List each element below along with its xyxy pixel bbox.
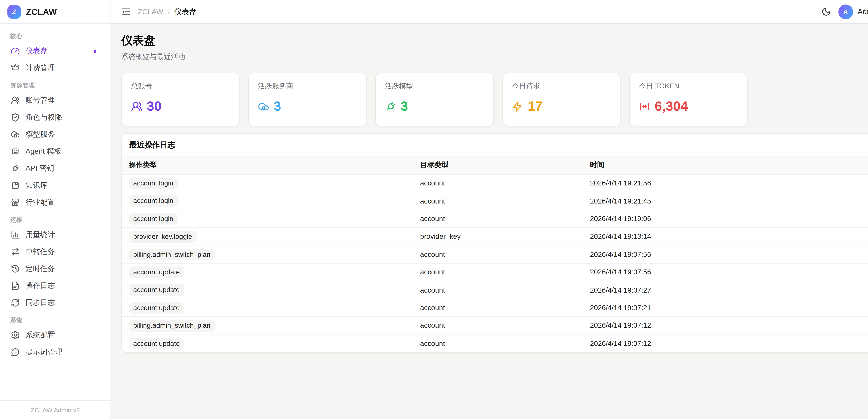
stat-card-active-models: 活跃模型3 <box>375 72 494 126</box>
operation-badge: account.update <box>129 267 184 278</box>
sidebar-item-label: 账号管理 <box>26 95 55 106</box>
time-cell: 2026/4/14 19:07:21 <box>583 299 868 317</box>
active-dot <box>94 50 96 53</box>
content: 仪表盘 系统概览与最近活动 总账号30活跃服务商3活跃模型3今日请求17今日 T… <box>111 24 868 419</box>
sidebar-item-label: 中转任务 <box>26 246 55 257</box>
user-menu[interactable]: A Admin <box>838 4 868 19</box>
shield-check-icon <box>11 113 20 122</box>
table-row: billing.admin_switch_planaccount2026/4/1… <box>122 245 868 263</box>
brand-name: ZCLAW <box>26 7 57 17</box>
stat-card-active-providers: 活跃服务商3 <box>248 72 367 126</box>
operation-badge: provider_key.toggle <box>129 231 196 243</box>
sidebar-item-relay-tasks[interactable]: 中转任务 <box>7 243 104 260</box>
target-cell: account <box>413 192 583 210</box>
stat-value-row: 17 <box>512 99 611 114</box>
page-subtitle: 系统概览与最近活动 <box>121 52 868 62</box>
operation-badge: billing.admin_switch_plan <box>129 320 215 331</box>
stat-label: 活跃模型 <box>385 82 484 91</box>
topbar: ZCLAW / 仪表盘 A Admin <box>111 0 868 24</box>
sidebar-item-label: 同步日志 <box>26 298 55 308</box>
nav-section-label: 系统 <box>10 317 100 324</box>
breadcrumb: ZCLAW / 仪表盘 <box>138 7 196 17</box>
sidebar-item-agent-templates[interactable]: Agent 模板 <box>7 143 104 160</box>
crown-icon <box>11 64 20 72</box>
column-header-target: 目标类型 <box>413 156 583 174</box>
sidebar-item-cron-tasks[interactable]: 定时任务 <box>7 260 104 277</box>
stat-card-total-accounts: 总账号30 <box>121 72 240 126</box>
stat-label: 活跃服务商 <box>258 82 357 91</box>
time-cell: 2026/4/14 19:19:06 <box>583 210 868 228</box>
cloud-server-icon <box>11 130 20 139</box>
app: Z ZCLAW 核心仪表盘计费管理资源管理账号管理角色与权限模型服务Agent … <box>0 0 868 419</box>
main-area: ZCLAW / 仪表盘 A Admin 仪表盘 系 <box>111 0 868 419</box>
dark-mode-toggle-icon[interactable] <box>821 7 831 17</box>
file-text-icon <box>11 281 20 290</box>
time-cell: 2026/4/14 19:07:12 <box>583 335 868 352</box>
sidebar-item-knowledge-base[interactable]: 知识库 <box>7 177 104 194</box>
cable-icon <box>11 164 20 173</box>
nav-section-label: 资源管理 <box>10 82 100 90</box>
sidebar-item-label: 操作日志 <box>26 280 55 291</box>
time-cell: 2026/4/14 19:07:12 <box>583 317 868 335</box>
stat-card-today-tokens: 今日 TOKEN6,304 <box>629 72 747 126</box>
sidebar-item-system-config[interactable]: 系统配置 <box>7 327 104 343</box>
target-cell: account <box>413 317 583 335</box>
operation-badge: account.update <box>129 302 184 314</box>
stat-value: 6,304 <box>655 99 688 114</box>
zap-icon <box>512 101 523 112</box>
sidebar-item-label: Agent 模板 <box>26 146 62 156</box>
table-title: 最近操作日志 <box>122 134 868 156</box>
stat-card-today-requests: 今日请求17 <box>502 72 621 126</box>
collapse-sidebar-icon[interactable] <box>121 7 131 17</box>
sidebar-item-label: 系统配置 <box>26 330 55 340</box>
logs-table: 操作类型 目标类型 时间 account.loginaccount2026/4/… <box>122 156 868 352</box>
brand-logo-letter: Z <box>12 8 16 16</box>
target-cell: account <box>413 263 583 281</box>
sidebar-item-label: 用量统计 <box>26 230 55 240</box>
sidebar-item-label: 角色与权限 <box>26 112 62 123</box>
sidebar-item-prompt-management[interactable]: 提示词管理 <box>7 343 104 361</box>
recent-logs-card: 最近操作日志 操作类型 目标类型 时间 account.loginaccount… <box>121 133 868 353</box>
sidebar-item-sync-logs[interactable]: 同步日志 <box>7 294 104 311</box>
cable-icon <box>385 101 396 112</box>
stat-value-row: 3 <box>385 99 484 114</box>
refresh-icon <box>11 298 20 307</box>
nav-section-label: 运维 <box>10 216 100 224</box>
sidebar-item-dashboard[interactable]: 仪表盘 <box>7 42 104 60</box>
operation-badge: account.login <box>129 213 178 225</box>
stats-grid: 总账号30活跃服务商3活跃模型3今日请求17今日 TOKEN6,304 <box>121 72 868 126</box>
stat-value-row: 30 <box>131 99 230 114</box>
sidebar-item-operation-logs[interactable]: 操作日志 <box>7 277 104 294</box>
nav-section-label: 核心 <box>10 32 100 40</box>
operation-badge: account.login <box>129 177 178 189</box>
table-row: account.updateaccount2026/4/14 19:07:56 <box>122 263 868 281</box>
clock-history-icon <box>11 264 20 273</box>
archive-icon <box>11 181 20 190</box>
store-icon <box>11 198 20 207</box>
operation-badge: account.update <box>129 284 184 296</box>
target-cell: account <box>413 281 583 299</box>
sidebar-item-billing[interactable]: 计费管理 <box>7 60 104 77</box>
time-cell: 2026/4/14 19:21:45 <box>583 192 868 210</box>
sidebar-item-label: 知识库 <box>26 180 48 190</box>
sidebar-item-accounts[interactable]: 账号管理 <box>7 92 104 109</box>
target-cell: account <box>413 210 583 228</box>
sidebar-item-roles[interactable]: 角色与权限 <box>7 109 104 126</box>
topbar-actions: A Admin <box>821 4 868 19</box>
target-cell: account <box>413 335 583 352</box>
sidebar-item-label: 模型服务 <box>26 129 55 140</box>
sidebar-item-api-keys[interactable]: API 密钥 <box>7 160 104 177</box>
sidebar-item-model-services[interactable]: 模型服务 <box>7 126 104 143</box>
column-header-time: 时间 <box>583 156 868 174</box>
brand[interactable]: Z ZCLAW <box>0 0 111 24</box>
table-header: 操作类型 目标类型 时间 <box>122 156 868 174</box>
cloud-server-icon <box>258 101 269 112</box>
stat-value: 3 <box>401 99 408 114</box>
stat-value: 3 <box>274 99 281 114</box>
sidebar: Z ZCLAW 核心仪表盘计费管理资源管理账号管理角色与权限模型服务Agent … <box>0 0 111 419</box>
sidebar-item-usage-stats[interactable]: 用量统计 <box>7 226 104 243</box>
app-version: ZCLAW Admin v2 <box>31 407 80 413</box>
stat-label: 总账号 <box>131 82 230 91</box>
breadcrumb-root[interactable]: ZCLAW <box>138 7 163 16</box>
sidebar-item-industry-config[interactable]: 行业配置 <box>7 194 104 211</box>
